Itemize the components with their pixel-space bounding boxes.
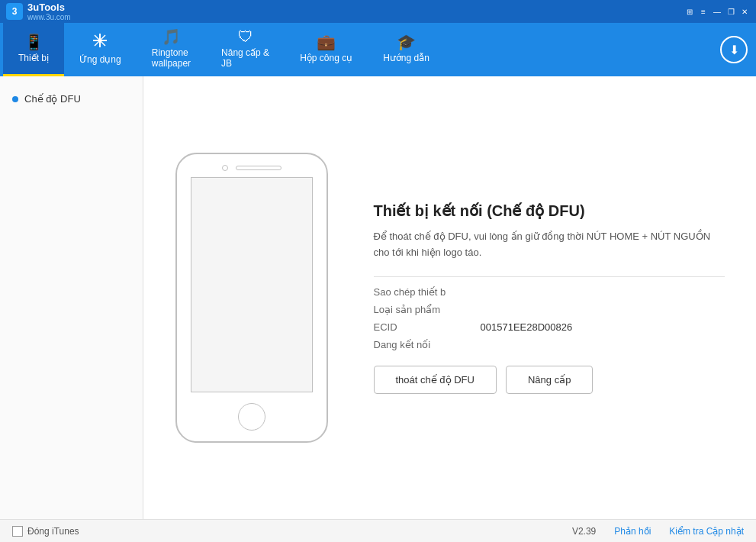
phone-top-bar [177,154,327,177]
app-logo: 3 [6,3,23,20]
title-bar: 3 3uTools www.3u.com ⊞ ≡ — ❒ ✕ [0,0,756,23]
field-ecid: ECID 001571EE28D00826 [374,321,725,333]
sidebar-dot [12,96,18,102]
nav-hop-cong-cu[interactable]: 💼 Hộp công cụ [285,23,368,76]
download-icon: ⬇ [720,36,748,63]
huong-dan-icon: 🎓 [397,34,416,50]
dang-ket-noi-label: Dang kết nối [374,339,465,350]
phone-home-button [238,403,265,431]
content-area: Thiết bị kết nối (Chế độ DFU) Để thoát c… [143,76,756,519]
nang-cap-button[interactable]: Nâng cấp [506,366,593,394]
sao-chep-label: Sao chép thiết b [374,286,465,298]
check-update-link[interactable]: Kiểm tra Cập nhật [669,526,744,537]
sidebar-item-dfu-label: Chế độ DFU [24,93,81,105]
nav-nang-cap-label: Nâng cấp &JB [221,47,269,69]
phone-bottom [177,392,327,441]
info-panel: Thiết bị kết nối (Chế độ DFU) Để thoát c… [374,202,725,394]
minimize-button[interactable]: — [712,6,722,17]
restore-button[interactable]: ❒ [725,6,736,17]
hop-cong-cu-icon: 💼 [317,34,336,50]
phone-screen [191,177,313,392]
phone-speaker [236,166,281,170]
nav-thiet-bi-label: Thiết bị [18,53,49,63]
ringtone-icon: 🎵 [162,29,181,44]
status-bar: Đóng iTunes V2.39 Phản hồi Kiểm tra Cập … [0,519,756,542]
action-buttons: thoát chế độ DFU Nâng cấp [374,366,725,394]
phone-illustration [175,153,328,443]
sidebar-item-dfu[interactable]: Chế độ DFU [0,85,143,112]
ecid-label: ECID [374,321,465,333]
menu2-button[interactable]: ≡ [698,6,709,17]
nav-spacer [445,23,715,76]
nav-ung-dung-label: Ứng dụng [79,54,121,65]
phone-camera [222,165,228,171]
nang-cap-icon: 🛡 [238,29,253,44]
download-button[interactable]: ⬇ [715,23,753,76]
device-title: Thiết bị kết nối (Chế độ DFU) [374,202,725,220]
field-loai-san-pham: Loại sản phẩm [374,304,725,315]
field-dang-ket-noi: Dang kết nối [374,339,725,350]
itunes-label: Đóng iTunes [27,526,79,537]
nav-huong-dan-label: Hướng dẫn [383,53,429,63]
close-button[interactable]: ✕ [739,6,750,17]
status-right: V2.39 Phản hồi Kiểm tra Cập nhật [572,526,744,537]
phone-frame [175,153,328,443]
divider-1 [374,276,725,277]
app-url: www.3u.com [27,13,71,21]
nav-hop-cong-cu-label: Hộp công cụ [300,53,352,63]
navbar: 📱 Thiết bị Ứng dụng 🎵 Ringtonewallpaper … [0,23,756,76]
sidebar: Chế độ DFU [0,76,143,519]
nav-ringtone[interactable]: 🎵 Ringtonewallpaper [137,23,206,76]
device-description: Để thoát chế độ DFU, vui lòng ấn giữ đồn… [374,229,725,261]
nav-ringtone-label: Ringtonewallpaper [152,47,191,69]
feedback-link[interactable]: Phản hồi [614,526,651,537]
nav-ung-dung[interactable]: Ứng dụng [64,23,137,76]
version-text: V2.39 [572,526,596,537]
nav-thiet-bi[interactable]: 📱 Thiết bị [3,23,64,76]
window-controls: ⊞ ≡ — ❒ ✕ [684,6,750,17]
ecid-value: 001571EE28D00826 [481,321,573,333]
title-bar-left: 3 3uTools www.3u.com [6,2,71,21]
thiet-bi-icon: 📱 [24,34,43,50]
itunes-checkbox[interactable] [12,526,23,537]
menu1-button[interactable]: ⊞ [684,6,695,17]
ung-dung-icon [92,32,108,51]
thoat-dfu-button[interactable]: thoát chế độ DFU [374,366,497,394]
loai-san-pham-label: Loại sản phẩm [374,304,465,315]
status-left: Đóng iTunes [12,526,79,537]
main-layout: Chế độ DFU Thiết bị kết nối (Chế độ DFU)… [0,76,756,519]
nav-huong-dan[interactable]: 🎓 Hướng dẫn [368,23,445,76]
nav-nang-cap[interactable]: 🛡 Nâng cấp &JB [206,23,285,76]
field-sao-chep: Sao chép thiết b [374,286,725,298]
app-name: 3uTools [27,2,71,13]
